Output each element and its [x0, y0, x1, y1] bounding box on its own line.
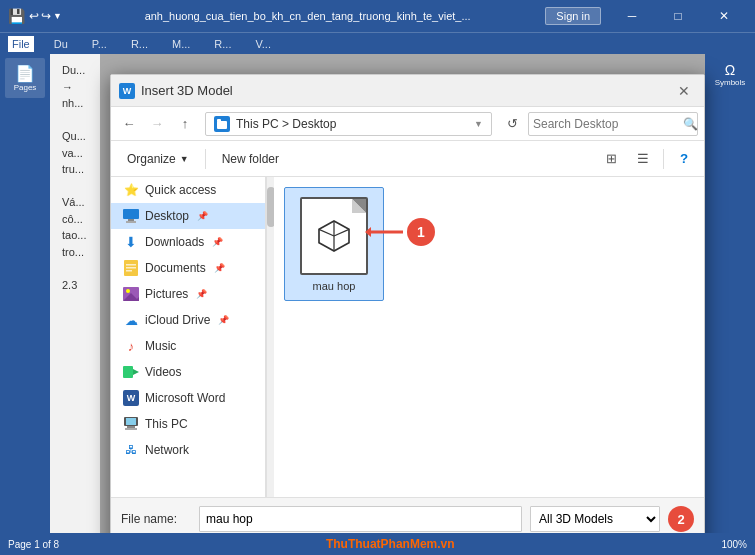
sidebar-item-network[interactable]: 🖧 Network — [111, 437, 265, 463]
path-icon — [214, 116, 230, 132]
view-list-button[interactable]: ☰ — [631, 147, 655, 171]
undo-icon[interactable]: ↩ — [29, 9, 39, 23]
svg-rect-0 — [217, 121, 227, 129]
pin-icon-2: 📌 — [212, 237, 223, 247]
network-icon: 🖧 — [123, 442, 139, 458]
word-icon: W — [123, 390, 139, 406]
file-corner-inner — [352, 199, 366, 213]
downloads-icon: ⬇ — [123, 234, 139, 250]
up-button[interactable]: ↑ — [173, 112, 197, 136]
tab-mailings[interactable]: M... — [168, 36, 194, 52]
documents-icon — [123, 260, 139, 276]
tab-file[interactable]: File — [8, 36, 34, 52]
maximize-button[interactable]: □ — [655, 0, 701, 32]
svg-rect-15 — [126, 418, 136, 425]
minimize-button[interactable]: ─ — [609, 0, 655, 32]
tab-p[interactable]: P... — [88, 36, 111, 52]
doc-area: 📄 Pages Du... → nh... Qu... va... tru...… — [0, 54, 755, 555]
pin-icon-4: 📌 — [196, 289, 207, 299]
nav-path[interactable]: This PC > Desktop ▼ — [205, 112, 492, 136]
save-icon[interactable]: 💾 — [8, 8, 25, 24]
sidebar-item-icloud[interactable]: ☁ iCloud Drive 📌 — [111, 307, 265, 333]
dialog-overlay: W Insert 3D Model ✕ ← → ↑ This — [100, 54, 705, 555]
pin-icon: 📌 — [197, 211, 208, 221]
toolbar-sep2 — [663, 149, 664, 169]
cube-icon — [314, 216, 354, 256]
sidebar-item-downloads[interactable]: ⬇ Downloads 📌 — [111, 229, 265, 255]
sidebar-item-desktop[interactable]: Desktop 📌 — [111, 203, 265, 229]
organize-button[interactable]: Organize ▼ — [119, 148, 197, 170]
redo-icon[interactable]: ↪ — [41, 9, 51, 23]
tab-review[interactable]: R... — [210, 36, 235, 52]
badge-1: 1 — [407, 218, 435, 246]
music-icon: ♪ — [123, 338, 139, 354]
svg-rect-2 — [123, 209, 139, 219]
zoom-level: 100% — [721, 539, 747, 550]
sign-in-button[interactable]: Sign in — [545, 7, 601, 25]
organize-chevron-icon: ▼ — [180, 154, 189, 164]
badge-2-container: 2 — [668, 506, 694, 532]
svg-rect-1 — [217, 119, 221, 122]
svg-rect-6 — [126, 264, 136, 266]
close-button[interactable]: ✕ — [701, 0, 747, 32]
sidebar-item-quick-access[interactable]: ⭐ Quick access — [111, 177, 265, 203]
svg-rect-7 — [126, 267, 136, 269]
word-sidebar: 📄 Pages — [0, 54, 50, 555]
sidebar-item-music[interactable]: ♪ Music — [111, 333, 265, 359]
dialog-main: ⭐ Quick access Desktop 📌 — [111, 177, 704, 497]
svg-marker-24 — [365, 227, 371, 237]
help-button[interactable]: ? — [672, 147, 696, 171]
sidebar-item-word[interactable]: W Microsoft Word — [111, 385, 265, 411]
pages-panel-button[interactable]: 📄 Pages — [5, 58, 45, 98]
word-right-panel: Ω Symbols — [705, 54, 755, 555]
sidebar-item-documents[interactable]: Documents 📌 — [111, 255, 265, 281]
file-item-mau-hop[interactable]: mau hop 1 — [284, 187, 384, 301]
refresh-button[interactable]: ↺ — [500, 112, 524, 136]
search-input[interactable] — [533, 117, 683, 131]
sidebar-container: ⭐ Quick access Desktop 📌 — [111, 177, 274, 497]
ribbon: File Du P... R... M... R... V... — [0, 32, 755, 54]
svg-rect-17 — [125, 428, 137, 430]
view-toggle-button[interactable]: ⊞ — [599, 147, 623, 171]
tab-r[interactable]: R... — [127, 36, 152, 52]
dialog-title-bar: W Insert 3D Model ✕ — [111, 75, 704, 107]
dialog-icon: W — [119, 83, 135, 99]
dialog-close-button[interactable]: ✕ — [672, 79, 696, 103]
svg-point-10 — [126, 289, 130, 293]
filename-input[interactable] — [199, 506, 522, 532]
this-pc-icon — [123, 416, 139, 432]
nav-bar: ← → ↑ This PC > Desktop ▼ ↺ — [111, 107, 704, 141]
svg-rect-3 — [128, 219, 134, 221]
file-name: mau hop — [313, 280, 356, 292]
search-box: 🔍 — [528, 112, 698, 136]
desktop-icon — [123, 208, 139, 224]
title-text: anh_huong_cua_tien_bo_kh_cn_den_tang_tru… — [70, 10, 545, 22]
path-text: This PC > Desktop — [236, 117, 336, 131]
new-folder-button[interactable]: New folder — [214, 148, 287, 170]
filetype-select[interactable]: All 3D Models — [530, 506, 660, 532]
quick-access-icon: ⭐ — [123, 182, 139, 198]
page-count: Page 1 of 8 — [8, 539, 59, 550]
videos-icon — [123, 364, 139, 380]
tab-view[interactable]: V... — [251, 36, 275, 52]
pin-icon-3: 📌 — [214, 263, 225, 273]
document-content: Du... → nh... Qu... va... tru... Vá... c… — [50, 54, 705, 555]
symbols-panel-button[interactable]: Ω Symbols — [708, 58, 752, 91]
filename-row: File name: All 3D Models 2 — [121, 506, 694, 532]
sidebar-scrollbar[interactable] — [266, 177, 274, 497]
file-toolbar: Organize ▼ New folder ⊞ ☰ ? — [111, 141, 704, 177]
dialog-title-text: Insert 3D Model — [141, 83, 672, 98]
sidebar-item-this-pc[interactable]: This PC — [111, 411, 265, 437]
file-icon — [298, 196, 370, 276]
file-area[interactable]: mau hop 1 — [274, 177, 704, 497]
3d-model-file-icon — [300, 197, 368, 275]
svg-marker-13 — [133, 369, 139, 375]
sidebar-item-pictures[interactable]: Pictures 📌 — [111, 281, 265, 307]
forward-button[interactable]: → — [145, 112, 169, 136]
tab-du[interactable]: Du — [50, 36, 72, 52]
filename-label: File name: — [121, 512, 191, 526]
sidebar-item-videos[interactable]: Videos — [111, 359, 265, 385]
pin-icon-5: 📌 — [218, 315, 229, 325]
back-button[interactable]: ← — [117, 112, 141, 136]
customize-icon[interactable]: ▼ — [53, 11, 62, 21]
